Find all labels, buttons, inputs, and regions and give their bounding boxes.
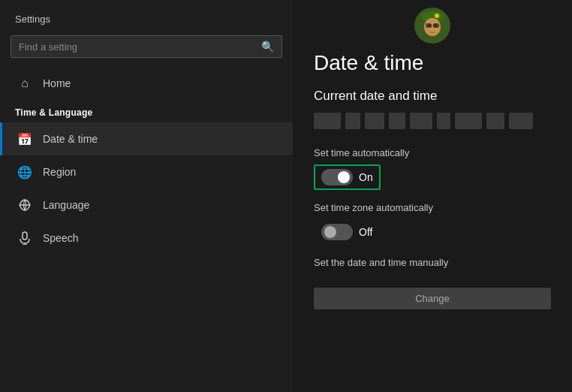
sidebar-item-date-time[interactable]: 📅 Date & time [0,122,293,155]
sidebar-item-home-label: Home [43,77,71,89]
time-block-2 [345,113,360,129]
set-time-auto-state: On [359,171,373,183]
search-box[interactable]: 🔍 [11,35,282,58]
avatar [414,8,450,44]
set-time-auto-toggle[interactable] [321,169,353,185]
svg-rect-1 [23,232,27,240]
set-timezone-auto-section: Set time zone automatically Off [293,198,572,252]
home-icon: ⌂ [17,76,32,91]
set-time-auto-toggle-wrapper[interactable]: On [314,164,381,190]
set-time-auto-toggle-knob [338,171,350,183]
sidebar-item-home[interactable]: ⌂ Home [0,67,293,100]
globe-icon: 🌐 [17,164,32,179]
time-block-1 [314,113,341,129]
set-time-auto-label: Set time automatically [314,147,551,158]
set-timezone-auto-state: Off [359,226,372,238]
sidebar-item-region[interactable]: 🌐 Region [0,155,293,188]
sidebar: Settings 🔍 ⌂ Home Time & Language 📅 Date… [0,0,293,392]
current-date-heading: Current date and time [293,83,572,113]
time-block-4 [389,113,405,129]
time-block-7 [455,113,482,129]
set-time-auto-section: Set time automatically On [293,143,572,198]
sidebar-item-date-time-label: Date & time [43,133,98,145]
time-block-8 [486,113,504,129]
set-timezone-auto-label: Set time zone automatically [314,202,551,213]
set-timezone-auto-toggle-wrapper[interactable]: Off [314,219,380,245]
change-button[interactable]: Change [314,288,551,309]
svg-point-12 [435,14,439,18]
manual-time-label: Set the date and time manually [314,257,551,268]
sidebar-item-speech[interactable]: Speech [0,222,293,255]
sidebar-item-language-label: Language [43,199,89,211]
sidebar-section-label: Time & Language [0,100,293,122]
sidebar-item-language[interactable]: Language [0,188,293,222]
time-block-9 [509,113,533,129]
sidebar-item-speech-label: Speech [43,232,78,244]
manual-time-section: Set the date and time manually [293,252,572,282]
mic-icon [17,231,32,246]
sidebar-item-region-label: Region [43,166,76,178]
page-title: Date & time [293,47,572,83]
main-panel: Date & time Current date and time Set ti… [293,0,572,392]
time-block-3 [365,113,384,129]
current-time-display [314,113,551,129]
time-block-5 [410,113,432,129]
set-timezone-auto-toggle-knob [324,226,336,238]
language-icon [17,198,32,213]
app-title: Settings [0,0,293,35]
avatar-area [293,0,572,47]
search-input[interactable] [19,41,261,53]
search-icon[interactable]: 🔍 [261,41,274,53]
svg-rect-9 [426,23,432,28]
time-block-6 [437,113,450,129]
svg-rect-10 [433,23,439,28]
set-timezone-auto-toggle[interactable] [321,224,353,240]
calendar-icon: 📅 [17,131,32,146]
